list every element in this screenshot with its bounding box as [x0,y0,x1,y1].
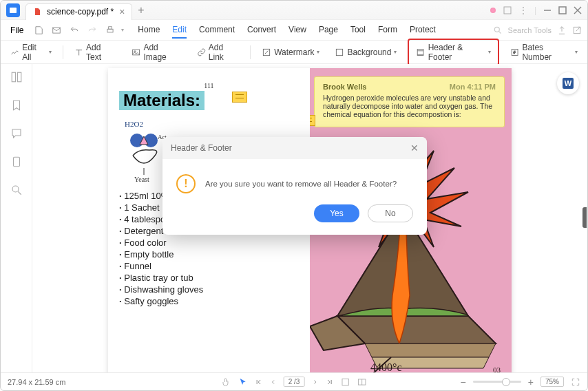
maximize-icon[interactable] [558,6,567,14]
note-icon-1[interactable] [232,92,247,103]
materials-title: Materials: [119,91,204,110]
svg-line-25 [18,191,21,195]
quick-access-more[interactable]: ▾ [121,27,124,33]
svg-rect-7 [107,29,113,32]
svg-point-9 [494,27,499,32]
mail-icon[interactable] [50,23,63,37]
page-indicator[interactable]: 2 /3 [284,377,305,387]
scrollbar-thumb[interactable] [582,207,587,228]
redo-icon[interactable] [85,23,99,37]
new-tab-button[interactable]: + [132,4,149,17]
read-mode-icon[interactable] [357,377,366,387]
zoom-in-icon[interactable]: + [528,377,534,388]
menubar: File ▾ Home Edit Comment Convert View Pa… [1,20,587,41]
fullscreen-icon[interactable] [571,377,580,387]
dialog-close-icon[interactable]: ✕ [410,142,419,154]
last-page-icon[interactable] [325,378,333,386]
hand-tool-icon[interactable] [222,377,231,387]
watermark-button[interactable]: Watermark▾ [258,46,324,59]
save-icon[interactable] [32,23,45,37]
svg-rect-6 [53,27,61,32]
zoom-out-icon[interactable]: − [461,377,466,388]
comment-time: Mon 4:11 PM [450,83,496,91]
page-number-bottom: 03 [493,366,501,372]
bates-number-button[interactable]: # Bates Number▾ [506,41,582,63]
first-page-icon[interactable] [255,378,263,386]
svg-rect-37 [342,379,348,385]
close-tab-icon[interactable]: × [119,6,125,17]
background-button[interactable]: Background▾ [330,46,401,59]
tab-view[interactable]: View [288,22,306,39]
dialog-title: Header & Footer [171,143,232,153]
left-sidebar [1,64,32,372]
thumbnails-icon[interactable] [10,71,23,85]
page-number-top: 111 [119,82,299,89]
print-icon[interactable] [103,23,117,37]
tab-protect[interactable]: Protect [410,22,436,39]
warning-icon: ! [176,174,196,193]
fit-icon[interactable] [340,377,350,387]
add-text-button[interactable]: Add Text [70,41,120,63]
svg-rect-8 [109,26,112,29]
no-button[interactable]: No [368,204,413,222]
select-tool-icon[interactable] [238,377,248,387]
tab-page[interactable]: Page [319,22,338,39]
zoom-slider[interactable] [473,381,521,383]
titlebar: science-copy.pdf * × + ⋮ | [1,1,587,20]
tab-form[interactable]: Form [378,22,397,39]
comment-text: Hydrogen peroxide molecules are very uns… [323,94,496,118]
list-item: Plastic tray or tub [119,272,299,284]
tab-home[interactable]: Home [138,22,160,39]
svg-rect-21 [12,72,15,82]
list-item: Dishwashing gloves [119,284,299,295]
tab-comment[interactable]: Comment [199,22,235,39]
attachment-icon[interactable] [10,156,23,170]
list-item: Food color [119,237,299,249]
bookmark-icon[interactable] [10,99,23,114]
share-icon[interactable] [557,25,567,35]
external-icon[interactable] [572,25,582,35]
confirm-dialog: Header & Footer ✕ ! Are you sure you wan… [162,137,427,235]
tab-tool[interactable]: Tool [350,22,366,39]
undo-icon[interactable] [67,23,81,37]
comment-popup[interactable]: Brook Wells Mon 4:11 PM Hydrogen peroxid… [314,76,505,127]
header-footer-highlight: Header & Footer▾ [408,39,499,66]
comment-author: Brook Wells [323,83,366,91]
more-icon[interactable]: ⋮ [519,6,527,15]
tab-title: science-copy.pdf * [47,7,114,17]
add-image-button[interactable]: Add Image [127,41,185,63]
tab-edit[interactable]: Edit [172,22,187,39]
list-item: Funnel [119,260,299,272]
prev-page-icon[interactable] [270,379,277,385]
window-close-icon[interactable] [574,6,582,14]
header-footer-button[interactable]: Header & Footer▾ [412,41,495,63]
svg-text:#: # [514,50,516,54]
svg-point-24 [12,186,19,192]
edit-all-button[interactable]: Edit All▾ [6,41,56,63]
svg-rect-22 [17,72,21,82]
search-icon[interactable] [493,25,503,35]
file-menu[interactable]: File [6,24,28,36]
svg-line-10 [498,31,501,33]
word-export-badge[interactable]: W [557,72,579,94]
search-panel-icon[interactable] [10,184,23,198]
profile-icon[interactable] [490,8,496,13]
search-input[interactable]: Search Tools [508,26,552,34]
tab-convert[interactable]: Convert [247,22,276,39]
next-page-icon[interactable] [311,379,318,385]
svg-text:H2O2: H2O2 [125,120,143,128]
svg-rect-3 [559,7,566,14]
document-tab[interactable]: science-copy.pdf * × [25,3,132,20]
minimize-icon[interactable] [543,6,552,14]
svg-rect-23 [13,157,19,167]
app-icon [6,3,20,17]
note-icon-2[interactable] [310,115,315,126]
list-item: Safty goggles [119,295,299,307]
notification-icon[interactable] [503,6,512,15]
svg-rect-15 [337,49,343,55]
pdf-icon [33,8,41,16]
add-link-button[interactable]: Add Link [193,41,244,63]
comment-panel-icon[interactable] [10,127,23,142]
zoom-value[interactable]: 75% [540,377,564,387]
yes-button[interactable]: Yes [314,204,359,222]
